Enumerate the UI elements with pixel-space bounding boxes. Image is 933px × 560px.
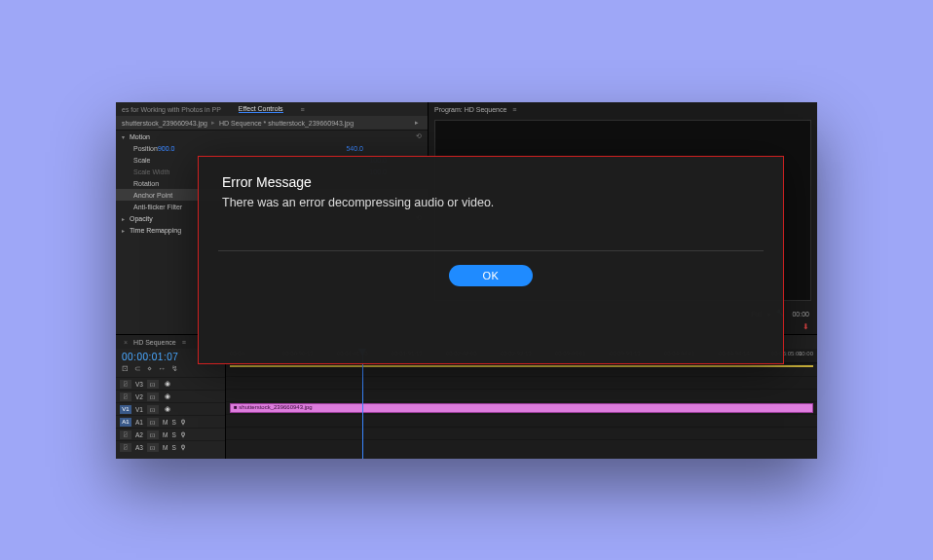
- prop-position[interactable]: Position900.0540.0: [116, 142, 428, 154]
- track-a3[interactable]: ⍁A3⊡MS🎙: [116, 440, 225, 453]
- error-modal: Error Message There was an error decompr…: [198, 156, 784, 364]
- lane-a2[interactable]: [226, 427, 817, 439]
- clip-label: ■ shutterstock_239660943.jpg: [234, 404, 313, 410]
- track-v1[interactable]: V1V1⊡◉: [116, 402, 225, 415]
- tab-effect-controls[interactable]: Effect Controls: [239, 105, 283, 113]
- settings-icon[interactable]: ↯: [171, 364, 178, 373]
- link-icon[interactable]: ⊂: [134, 364, 141, 373]
- lane-v3[interactable]: [226, 376, 817, 389]
- lane-a3[interactable]: [226, 439, 817, 452]
- crumb-sep: ▸: [211, 119, 215, 127]
- tab-sequence[interactable]: HD Sequence: [133, 339, 176, 346]
- crumb-master: shutterstock_239660943.jpg: [122, 120, 207, 127]
- tab-working-photos[interactable]: es for Working with Photos in PP: [122, 106, 221, 113]
- work-area-bar[interactable]: [230, 365, 813, 367]
- program-menu-icon[interactable]: ≡: [512, 106, 516, 113]
- keyframe-nav-icon[interactable]: ▸: [412, 118, 422, 128]
- mic-icon[interactable]: 🎙: [180, 419, 187, 426]
- mic-icon[interactable]: 🎙: [180, 444, 187, 451]
- lane-v1[interactable]: ■ shutterstock_239660943.jpg: [226, 401, 817, 414]
- modal-message: There was an error decompressing audio o…: [222, 196, 764, 209]
- marker-icon[interactable]: ⋄: [147, 364, 152, 373]
- modal-divider: [218, 250, 764, 251]
- ripple-icon[interactable]: ↔: [158, 364, 166, 373]
- export-frame-icon[interactable]: ⬇: [802, 322, 809, 334]
- crumb-target: HD Sequence * shutterstock_239660943.jpg: [219, 120, 354, 127]
- clip-v1[interactable]: ■ shutterstock_239660943.jpg: [230, 403, 813, 413]
- mic-icon[interactable]: 🎙: [180, 431, 187, 438]
- timeline-menu-icon[interactable]: ≡: [182, 339, 186, 346]
- track-v2[interactable]: ⍁V2⊡◉: [116, 390, 225, 402]
- eye-icon[interactable]: ◉: [163, 405, 172, 413]
- ok-button[interactable]: OK: [449, 265, 533, 286]
- eye-icon[interactable]: ◉: [163, 392, 172, 400]
- timeline-tracks-area[interactable]: 00:00 00:00:30:12 00:01:01:00 00:01:31:1…: [226, 349, 817, 459]
- lane-v2[interactable]: [226, 389, 817, 401]
- tab-program[interactable]: Program: HD Sequence: [434, 106, 506, 113]
- track-a1[interactable]: A1A1⊡MS🎙: [116, 415, 225, 428]
- prop-motion[interactable]: Motion⟲: [116, 131, 428, 142]
- panel-menu-icon[interactable]: ≡: [301, 106, 305, 113]
- track-a2[interactable]: ⍁A2⊡MS🎙: [116, 428, 225, 440]
- playhead[interactable]: [362, 349, 363, 459]
- lane-a1[interactable]: [226, 414, 817, 427]
- eye-icon[interactable]: ◉: [163, 380, 172, 388]
- effect-breadcrumb: shutterstock_239660943.jpg ▸ HD Sequence…: [116, 116, 428, 131]
- snap-icon[interactable]: ⊡: [122, 364, 129, 373]
- program-timecode: 00:00: [792, 311, 809, 317]
- track-v3[interactable]: ⍁V3⊡◉: [116, 377, 225, 390]
- modal-title: Error Message: [222, 174, 764, 190]
